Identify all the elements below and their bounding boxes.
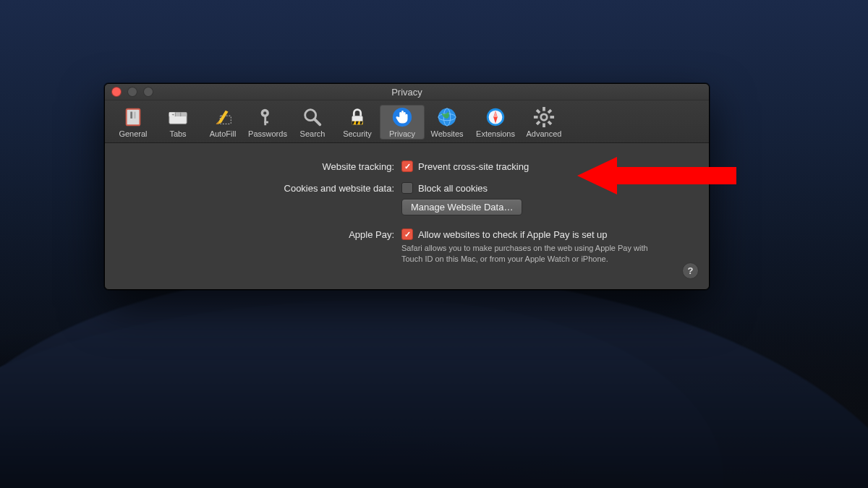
magnifier-icon [302, 106, 323, 128]
tab-label: AutoFill [210, 129, 237, 138]
svg-marker-11 [216, 121, 219, 124]
checkbox-box [401, 160, 413, 172]
svg-rect-1 [130, 112, 132, 119]
checkbox-prevent-cross-site-tracking[interactable]: Prevent cross-site tracking [401, 160, 658, 172]
svg-rect-35 [534, 116, 538, 119]
window-titlebar[interactable]: Privacy [105, 84, 709, 100]
svg-rect-15 [264, 121, 268, 124]
tab-label: Extensions [476, 129, 515, 138]
label-website-tracking: Website tracking: [127, 160, 401, 172]
tab-tabs[interactable]: + Tabs [156, 105, 200, 140]
tab-extensions[interactable]: Extensions [469, 105, 522, 140]
checkbox-label: Block all cookies [418, 183, 488, 194]
svg-rect-33 [542, 123, 545, 127]
tab-autofill[interactable]: AutoFill [200, 105, 245, 140]
svg-rect-0 [127, 109, 140, 126]
tab-label: Security [343, 129, 372, 138]
svg-rect-37 [536, 121, 541, 126]
svg-marker-10 [216, 111, 229, 124]
help-button[interactable]: ? [682, 262, 699, 279]
desktop-dune-front [0, 271, 868, 488]
row-apple-pay: Apple Pay: Allow websites to check if Ap… [127, 228, 658, 265]
checkbox-box [401, 228, 413, 240]
tab-label: General [119, 129, 147, 138]
manage-website-data-button[interactable]: Manage Website Data… [401, 199, 522, 215]
tabs-icon: + [167, 106, 189, 128]
checkbox-label: Prevent cross-site tracking [418, 161, 529, 172]
svg-line-17 [315, 119, 320, 125]
svg-rect-38 [548, 121, 553, 126]
tab-label: Privacy [389, 129, 415, 138]
compass-icon [485, 106, 506, 128]
row-website-tracking: Website tracking: Prevent cross-site tra… [127, 160, 658, 175]
globe-icon [436, 106, 458, 128]
apple-pay-description: Safari allows you to make purchases on t… [401, 243, 658, 265]
checkbox-block-all-cookies[interactable]: Block all cookies [401, 182, 658, 194]
tab-search[interactable]: Search [290, 105, 335, 140]
switch-icon [122, 106, 144, 128]
svg-rect-34 [550, 116, 554, 119]
tab-label: Advanced [527, 129, 562, 138]
checkbox-box [401, 182, 413, 194]
svg-point-40 [542, 115, 546, 119]
tab-general[interactable]: General [111, 105, 156, 140]
tab-label: Tabs [169, 129, 186, 138]
checkbox-label: Allow websites to check if Apple Pay is … [418, 229, 608, 240]
svg-rect-2 [134, 112, 136, 119]
svg-rect-36 [548, 109, 553, 114]
key-icon [257, 106, 278, 128]
tab-label: Websites [430, 129, 463, 138]
svg-point-13 [263, 111, 266, 114]
label-apple-pay: Apple Pay: [127, 228, 401, 240]
window-title: Privacy [105, 87, 709, 98]
lock-icon [346, 106, 368, 128]
tab-advanced[interactable]: Advanced [522, 105, 566, 140]
desktop-background: Privacy General + Tabs AutoFill [0, 0, 868, 488]
tab-security[interactable]: Security [335, 105, 380, 140]
svg-rect-39 [536, 109, 541, 114]
pencil-form-icon [212, 106, 234, 128]
row-cookies: Cookies and website data: Block all cook… [127, 182, 658, 215]
tab-privacy[interactable]: Privacy [380, 105, 425, 140]
checkbox-apple-pay[interactable]: Allow websites to check if Apple Pay is … [401, 228, 658, 240]
privacy-pane: Website tracking: Prevent cross-site tra… [105, 143, 709, 289]
tab-websites[interactable]: Websites [425, 105, 469, 140]
preferences-toolbar: General + Tabs AutoFill Passwords [105, 100, 709, 143]
tab-passwords[interactable]: Passwords [245, 105, 290, 140]
question-mark-icon: ? [688, 265, 694, 276]
label-cookies: Cookies and website data: [127, 182, 401, 194]
hand-icon [391, 106, 413, 128]
svg-rect-32 [542, 107, 545, 111]
svg-rect-14 [264, 116, 266, 125]
gear-icon [533, 106, 555, 128]
tab-label: Search [300, 129, 326, 138]
svg-text:+: + [172, 112, 174, 116]
tab-label: Passwords [248, 129, 287, 138]
preferences-window: Privacy General + Tabs AutoFill [104, 83, 710, 290]
